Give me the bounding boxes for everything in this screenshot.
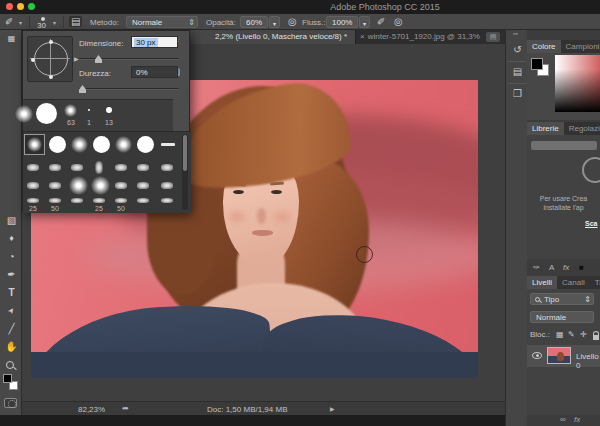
zoom-window-button[interactable] (28, 3, 35, 10)
angle-handle[interactable] (31, 58, 35, 62)
recent-brush[interactable] (88, 109, 90, 111)
library-swatch-icon[interactable]: ■ (579, 263, 584, 272)
brush-preset[interactable] (71, 198, 83, 203)
pen-tool-icon[interactable]: ✒ (5, 268, 18, 281)
pressure-size-icon[interactable]: ◎ (394, 16, 403, 27)
tab-campioni[interactable]: Campioni (561, 40, 600, 53)
layer-visibility-eye-icon[interactable] (532, 352, 542, 359)
recent-brush[interactable] (64, 104, 77, 117)
brush-preset[interactable] (137, 198, 149, 203)
brush-preset[interactable] (137, 164, 149, 171)
tab-colore[interactable]: Colore (527, 40, 561, 53)
gradient-tool-icon[interactable]: ▧ (5, 214, 18, 227)
workspace-grid-icon[interactable]: ▦ (5, 32, 18, 45)
brush-preset[interactable] (96, 162, 103, 174)
tool-preset-caret-icon[interactable]: ▾ (19, 19, 22, 26)
snapshot-panel-icon[interactable]: ❐ (511, 88, 524, 101)
status-play-icon[interactable]: ▶ (330, 405, 335, 412)
link-layers-icon[interactable]: ∞ (560, 415, 566, 424)
brush-preset[interactable] (71, 136, 88, 153)
tab-livelli[interactable]: Livelli (527, 276, 557, 289)
lock-transparency-icon[interactable]: ▦ (556, 330, 564, 339)
color-picker-gradient[interactable] (555, 55, 600, 112)
recent-brush[interactable] (36, 103, 57, 124)
blend-mode-layer-dropdown[interactable]: Normale (530, 311, 594, 323)
brush-preset[interactable] (93, 136, 110, 153)
brush-preset[interactable] (161, 143, 175, 146)
lock-pixels-icon[interactable]: ✎ (568, 330, 575, 339)
brush-preset[interactable] (91, 176, 110, 195)
brush-preset[interactable] (49, 164, 61, 171)
brush-angle-control[interactable] (27, 36, 73, 82)
tab-regolazioni[interactable]: Regolazioni (564, 122, 600, 135)
brush-preset[interactable] (69, 176, 88, 195)
angle-handle[interactable] (49, 75, 53, 79)
foreground-color-swatch[interactable] (3, 374, 12, 383)
zoom-tool-icon[interactable] (6, 361, 14, 369)
blend-mode-dropdown[interactable]: Normale ⇕ (126, 16, 198, 28)
tab-close-icon[interactable]: × (360, 32, 365, 41)
hardness-slider-thumb[interactable] (79, 85, 86, 93)
history-panel-icon[interactable]: ↺ (511, 44, 524, 57)
brush-size-input[interactable]: 30 px (131, 36, 178, 48)
tab-list-icon[interactable]: ▤ (486, 32, 500, 42)
brush-preset[interactable] (27, 164, 39, 171)
brush-preset[interactable] (115, 198, 127, 203)
zoom-level-field[interactable]: 82,23% (78, 405, 105, 414)
layer-thumbnail[interactable] (547, 347, 571, 364)
brush-hardness-input[interactable]: 0% (131, 66, 178, 78)
library-brush-icon[interactable]: ✑ (533, 263, 540, 272)
path-select-tool-icon[interactable]: ➤ (2, 301, 20, 319)
library-text-icon[interactable]: A (549, 263, 554, 272)
layer-row[interactable]: Livello 0 (527, 345, 600, 367)
minimize-window-button[interactable] (17, 3, 24, 10)
recent-brush[interactable] (15, 105, 33, 123)
brush-preset[interactable] (161, 164, 173, 171)
hardness-slider[interactable] (79, 88, 179, 90)
flow-value-field[interactable]: 100% (326, 16, 358, 28)
brush-tool-icon[interactable]: ✐ (5, 16, 13, 27)
opacity-caret[interactable]: ▾ (269, 16, 280, 28)
tab-tracciati[interactable]: Tracci (590, 276, 600, 289)
type-tool-icon[interactable]: T (5, 286, 18, 299)
brush-preset[interactable] (27, 182, 39, 189)
brush-preset[interactable] (137, 182, 149, 189)
lock-position-icon[interactable]: ✛ (580, 330, 587, 339)
brush-preset[interactable] (49, 182, 61, 189)
flow-caret[interactable]: ▾ (359, 16, 370, 28)
dodge-tool-icon[interactable]: ◔ (5, 250, 18, 263)
brush-preset[interactable] (93, 198, 105, 203)
angle-flyout-icon[interactable]: ▶ (74, 55, 79, 62)
properties-panel-icon[interactable]: ▤ (511, 66, 524, 79)
brush-preset[interactable] (49, 136, 66, 153)
line-tool-icon[interactable]: ╱ (5, 322, 18, 335)
collapse-dock-icon[interactable]: ▪▪ (513, 30, 518, 37)
brush-size-value[interactable]: 30 (37, 21, 46, 30)
brush-preset[interactable] (161, 198, 173, 203)
size-slider[interactable] (79, 58, 179, 60)
layer-fx-icon[interactable]: fx (574, 415, 580, 424)
panel-foreground-swatch[interactable] (531, 58, 543, 70)
blur-tool-icon[interactable]: ♦ (5, 232, 18, 245)
tab-winter-document[interactable]: ×winter-5701_1920.jpg @ 31,3% (R... (355, 30, 481, 44)
recent-brush[interactable] (106, 107, 112, 113)
brush-preset[interactable] (161, 182, 173, 189)
doc-size-info[interactable]: Doc: 1,50 MB/1,94 MB (207, 405, 287, 414)
opacity-value-field[interactable]: 60% (240, 16, 268, 28)
brush-picker-caret-icon[interactable]: ▾ (53, 19, 56, 26)
tab-canali[interactable]: Canali (557, 276, 590, 289)
layer-name[interactable]: Livello 0 (576, 352, 600, 370)
brush-preset[interactable] (137, 136, 154, 153)
library-search-input[interactable] (531, 141, 597, 150)
brush-preset[interactable] (115, 182, 127, 189)
export-icon[interactable]: ➦ (122, 404, 129, 413)
tab-librerie[interactable]: Librerie (527, 122, 564, 135)
hand-tool-icon[interactable]: ✋ (5, 340, 18, 353)
angle-handle[interactable] (49, 40, 53, 44)
quick-mask-button[interactable] (4, 398, 17, 408)
layer-filter-dropdown[interactable]: Tipo ⇕ (530, 293, 594, 305)
size-slider-thumb[interactable] (95, 55, 102, 63)
brush-preset[interactable] (71, 164, 83, 171)
brush-preset-selected[interactable] (24, 134, 45, 155)
library-download-link[interactable]: Sca (585, 220, 597, 227)
